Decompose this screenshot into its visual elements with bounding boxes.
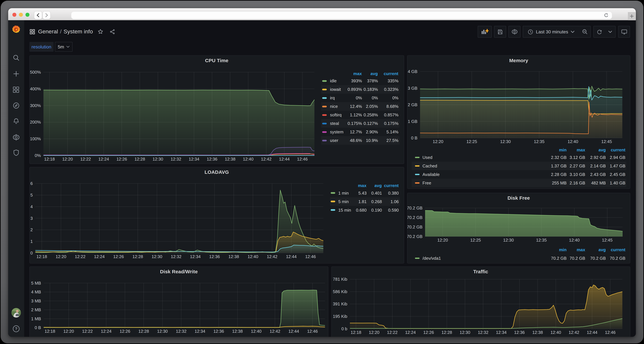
legend-row-Used[interactable]: Used2.32 GB3.12 GB2.92 GB2.94 GB xyxy=(412,153,626,162)
legend-column-max[interactable]: max xyxy=(577,247,585,252)
legend-series-key[interactable] xyxy=(322,140,326,141)
legend-column-avg[interactable]: avg xyxy=(598,147,606,152)
panel-memory[interactable]: Memory0 B1 GB2 GB3 GB4 GB12:2012:2512:30… xyxy=(407,55,630,189)
legend-series-key[interactable] xyxy=(331,209,335,211)
legend-series-key[interactable] xyxy=(322,80,326,82)
legend-series-key[interactable] xyxy=(415,182,419,184)
panel-cpu-time[interactable]: CPU Time0%100%200%300%400%500%12:1812:20… xyxy=(30,55,404,164)
add-panel-button[interactable] xyxy=(478,26,492,38)
legend-series-key[interactable] xyxy=(322,131,326,133)
legend-row-5-min[interactable]: 5 min1.810.2681.06 xyxy=(330,197,400,206)
share-icon[interactable] xyxy=(110,29,115,34)
legend-series-name[interactable]: 1 min xyxy=(338,191,349,195)
legend-series-name[interactable]: system xyxy=(330,130,344,134)
legend-column-current[interactable]: current xyxy=(384,71,398,76)
legend-column-current[interactable]: current xyxy=(611,147,626,152)
panel-loadavg[interactable]: LOADAVG012345612:1812:2012:2212:2412:261… xyxy=(30,167,404,263)
legend-series-name[interactable]: Free xyxy=(422,181,431,186)
sidebar-item-profile[interactable] xyxy=(8,308,24,317)
legend-series-key[interactable] xyxy=(331,201,335,202)
legend-column-avg[interactable]: avg xyxy=(598,247,606,252)
sidebar-item-configuration[interactable] xyxy=(8,134,24,140)
legend-series-key[interactable] xyxy=(415,165,419,167)
legend-series-key[interactable] xyxy=(415,257,419,259)
breadcrumb[interactable]: General/System info xyxy=(38,29,93,35)
legend-row--dev-vda1[interactable]: /dev/vda170.2 GB70.2 GB70.2 GB70.2 GB xyxy=(412,254,626,262)
minimize-window-button[interactable] xyxy=(19,13,23,17)
sidebar-item-server-admin[interactable] xyxy=(8,149,24,156)
zoom-out-time-button[interactable] xyxy=(579,26,591,38)
legend-series-key[interactable] xyxy=(322,97,326,99)
breadcrumb-page[interactable]: System info xyxy=(64,29,93,35)
sidebar-item-dashboards[interactable] xyxy=(8,86,24,93)
legend-series-name[interactable]: 5 min xyxy=(338,199,349,204)
dashboard-settings-button[interactable] xyxy=(508,26,520,38)
legend-series-name[interactable]: idle xyxy=(330,79,337,83)
legend-series-key[interactable] xyxy=(322,123,326,124)
legend-series-name[interactable]: user xyxy=(330,138,338,143)
star-favorite-icon[interactable] xyxy=(98,29,103,34)
legend-row-idle[interactable]: idle393%378%335% xyxy=(321,77,400,85)
close-window-button[interactable] xyxy=(12,13,16,17)
refresh-interval-dropdown[interactable] xyxy=(605,26,616,38)
sidebar-item-explore[interactable] xyxy=(8,102,24,109)
panel-disk-free[interactable]: Disk Free70.2 GB70.2 GB70.2 GB70.2 GB12:… xyxy=(407,193,630,263)
legend-series-key[interactable] xyxy=(322,114,326,116)
legend-series-key[interactable] xyxy=(322,89,326,90)
legend-series-key[interactable] xyxy=(331,192,335,194)
legend-column-max[interactable]: max xyxy=(358,183,366,188)
new-tab-button[interactable] xyxy=(628,12,635,20)
legend-row-Free[interactable]: Free255 MB2.16 GB482 MB1.40 GB xyxy=(412,179,626,187)
legend-series-name[interactable]: Cached xyxy=(422,163,437,168)
legend-series-key[interactable] xyxy=(415,157,419,158)
legend-row-Cached[interactable]: Cached1.37 GB2.27 GB2.14 GB1.47 GB xyxy=(412,162,626,170)
variable-value-dropdown[interactable]: 5m xyxy=(55,42,72,52)
refresh-dashboard-button[interactable] xyxy=(593,26,605,38)
legend-series-name[interactable]: Used xyxy=(422,155,432,160)
legend-row-nice[interactable]: nice12.4%2.05%8.68% xyxy=(321,102,400,111)
legend-series-key[interactable] xyxy=(322,106,326,107)
legend-series-name[interactable]: 15 min xyxy=(338,208,351,212)
legend-row-Available[interactable]: Available2.28 GB3.10 GB2.43 GB2.45 GB xyxy=(412,170,626,179)
browser-forward-button[interactable] xyxy=(42,11,50,19)
legend-row-softirq[interactable]: softirq1.12%0.258%0.857% xyxy=(321,111,400,119)
legend-series-key[interactable] xyxy=(415,174,419,175)
grafana-logo[interactable] xyxy=(8,25,24,34)
legend-row-irq[interactable]: irq0%0%0% xyxy=(321,94,400,102)
legend-column-current[interactable]: current xyxy=(611,247,626,252)
browser-back-button[interactable] xyxy=(34,11,42,19)
legend-series-name[interactable]: /dev/vda1 xyxy=(422,256,441,261)
legend-column-min[interactable]: min xyxy=(559,147,566,152)
sidebar-item-create[interactable] xyxy=(8,70,24,77)
reload-icon[interactable] xyxy=(604,13,608,18)
legend-row-iowait[interactable]: iowait0.893%0.183%0.323% xyxy=(321,85,400,94)
browser-url-bar[interactable] xyxy=(71,11,612,19)
sidebar-item-alerting[interactable] xyxy=(8,118,24,124)
sidebar-item-search[interactable] xyxy=(8,54,24,61)
legend-column-max[interactable]: max xyxy=(353,71,362,76)
legend-series-name[interactable]: irq xyxy=(330,96,335,100)
time-range-picker[interactable]: Last 30 minutes xyxy=(523,26,579,38)
panel-disk-read-write[interactable]: Disk Read/Write0 B1 MB2 MB3 MB4 MB5 MB12… xyxy=(30,266,328,337)
legend-column-min[interactable]: min xyxy=(559,247,566,252)
breadcrumb-section[interactable]: General xyxy=(38,29,58,35)
zoom-window-button[interactable] xyxy=(26,13,29,17)
legend-row-user[interactable]: user48.6%10.9%27.5% xyxy=(321,136,400,145)
legend-column-avg[interactable]: avg xyxy=(370,71,378,76)
legend-series-name[interactable]: Available xyxy=(422,172,440,177)
legend-row-1-min[interactable]: 1 min5.430.4010.380 xyxy=(330,189,400,197)
legend-series-name[interactable]: steal xyxy=(330,121,339,126)
legend-column-current[interactable]: current xyxy=(384,183,398,188)
save-dashboard-button[interactable] xyxy=(494,26,506,38)
cycle-view-mode-button[interactable] xyxy=(618,26,630,38)
sidebar-item-help[interactable]: ? xyxy=(8,325,24,332)
legend-row-15-min[interactable]: 15 min0.6800.1900.590 xyxy=(330,206,400,214)
legend-row-steal[interactable]: steal0.175%0.127%0.175% xyxy=(321,119,400,128)
panel-traffic[interactable]: Traffic0 b195 Kib391 Kib586 Kib781 Kib12… xyxy=(331,266,630,337)
legend-row-system[interactable]: system12.7%2.90%5.14% xyxy=(321,128,400,136)
legend-series-name[interactable]: softirq xyxy=(330,113,342,117)
legend-column-max[interactable]: max xyxy=(577,147,585,152)
legend-column-avg[interactable]: avg xyxy=(374,183,382,188)
legend-series-name[interactable]: nice xyxy=(330,104,338,109)
legend-series-name[interactable]: iowait xyxy=(330,87,341,92)
